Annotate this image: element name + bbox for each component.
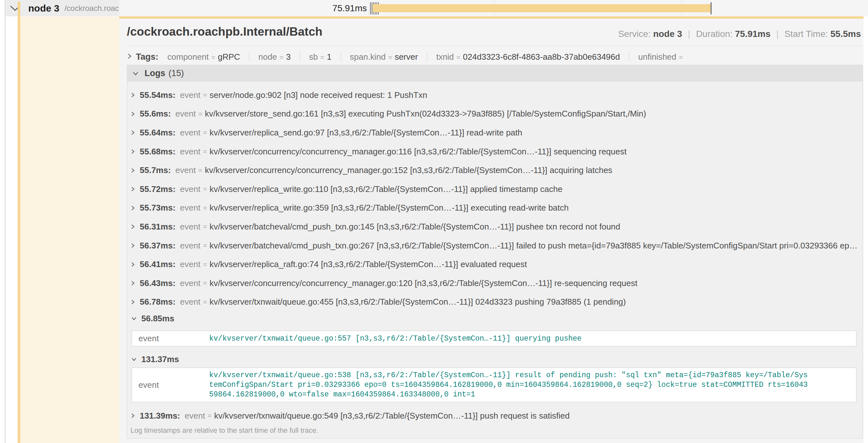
- title-divider: [127, 45, 861, 46]
- tags-row[interactable]: Tags: component=gRPC node=3 sb=1 span.ki…: [127, 49, 856, 64]
- log-field-key: event: [180, 203, 200, 213]
- start-time-value: 55.5ms: [830, 29, 861, 39]
- log-timestamp: 55.73ms:: [140, 203, 176, 213]
- log-row[interactable]: 55.54ms: event = server/node.go:902 [n3]…: [127, 86, 863, 105]
- log-row-expanded-header[interactable]: 56.85ms: [127, 313, 863, 324]
- log-timestamp: 56.41ms:: [140, 260, 176, 269]
- duration-label: Duration:: [696, 29, 733, 39]
- log-row[interactable]: 131.39ms: event = kv/kvserver/txnwait/qu…: [127, 406, 863, 425]
- equals-sign: =: [457, 54, 460, 61]
- log-field-key: event: [138, 380, 209, 390]
- log-timestamp: 55.6ms:: [140, 109, 171, 119]
- log-message: kv/kvserver/replica_write.go:359 [n3,s3,…: [210, 203, 568, 213]
- log-field-key: event: [180, 90, 200, 100]
- span-title: /cockroach.roachpb.Internal/Batch: [127, 25, 322, 38]
- expand-log-chevron-icon: [130, 148, 135, 155]
- tag-divider: [629, 52, 629, 62]
- tag-value: 1: [327, 52, 332, 62]
- log-detail-card: event kv/kvserver/txnwait/queue.go:538 […: [132, 368, 857, 402]
- equals-sign: =: [203, 242, 207, 249]
- log-row[interactable]: 55.64ms: event = kv/kvserver/replica_sen…: [127, 123, 863, 142]
- log-field-value: kv/kvserver/txnwait/queue.go:538 [n3,s3,…: [209, 370, 810, 399]
- logs-title: Logs: [145, 68, 165, 78]
- logs-section-header[interactable]: Logs (15): [127, 65, 863, 81]
- tag-item: unfinished=: [638, 52, 685, 62]
- equals-sign: =: [203, 223, 207, 231]
- expand-log-chevron-icon: [130, 223, 135, 230]
- expand-log-chevron-icon: [130, 92, 135, 99]
- expand-tags-chevron-icon[interactable]: [127, 52, 132, 61]
- span-timeline[interactable]: 75.91ms: [119, 0, 868, 16]
- span-operation-name: /cockroach.roach…: [65, 4, 119, 13]
- log-timestamp: 55.72ms:: [140, 184, 176, 194]
- log-timestamp: 131.37ms: [141, 354, 179, 364]
- log-timestamp: 55.54ms:: [140, 90, 176, 100]
- log-message: kv/kvserver/batcheval/cmd_push_txn.go:14…: [210, 222, 620, 232]
- expand-log-chevron-icon: [130, 129, 135, 136]
- service-value: node 3: [653, 29, 682, 39]
- expand-log-chevron-icon: [130, 242, 135, 249]
- log-row[interactable]: 56.78ms: event = kv/kvserver/txnwait/que…: [127, 293, 863, 312]
- log-timestamp: 55.7ms:: [140, 165, 171, 175]
- log-message: kv/kvserver/replica_raft.go:74 [n3,s3,r6…: [210, 260, 527, 269]
- log-timestamp: 55.64ms:: [140, 128, 176, 138]
- equals-sign: =: [320, 54, 324, 61]
- tag-divider: [341, 52, 341, 62]
- span-detail-panel: /cockroach.roachpb.Internal/Batch Servic…: [119, 16, 864, 443]
- collapse-logs-chevron-icon[interactable]: [132, 71, 140, 76]
- tag-value: server: [395, 52, 418, 62]
- expand-log-chevron-icon: [130, 261, 135, 268]
- tag-value: gRPC: [218, 52, 240, 62]
- equals-sign: =: [203, 261, 207, 268]
- start-time-label: Start Time:: [784, 29, 828, 39]
- span-row: node 3 /cockroach.roach… 75.91ms: [0, 0, 868, 16]
- log-row[interactable]: 55.72ms: event = kv/kvserver/replica_wri…: [127, 180, 863, 199]
- tag-item: span.kind=server: [350, 52, 418, 62]
- collapse-log-chevron-icon: [130, 357, 137, 362]
- logs-count: (15): [169, 68, 184, 78]
- log-message: kv/kvserver/concurrency/concurrency_mana…: [210, 278, 637, 288]
- equals-sign: =: [211, 54, 215, 61]
- span-duration-bar[interactable]: [373, 4, 711, 12]
- stats-separator: |: [776, 29, 779, 39]
- log-row[interactable]: 56.43ms: event = kv/kvserver/concurrency…: [127, 274, 863, 293]
- tag-key: unfinished: [638, 52, 677, 62]
- log-timestamp: 56.43ms:: [140, 278, 176, 288]
- log-row[interactable]: 55.6ms: event = kv/kvserver/store_send.g…: [127, 105, 863, 124]
- expand-log-chevron-icon: [130, 299, 135, 306]
- tag-divider: [249, 52, 249, 62]
- collapse-log-chevron-icon: [130, 316, 137, 321]
- tag-key: span.kind: [350, 52, 385, 62]
- expand-log-chevron-icon: [130, 280, 135, 287]
- tag-divider: [300, 52, 300, 62]
- log-row[interactable]: 56.41ms: event = kv/kvserver/replica_raf…: [127, 255, 863, 274]
- tick: [370, 2, 371, 14]
- span-name-cell[interactable]: node 3 /cockroach.roach…: [6, 0, 119, 16]
- expand-log-chevron-icon: [130, 204, 135, 211]
- log-row[interactable]: 56.31ms: event = kv/kvserver/batcheval/c…: [127, 217, 863, 236]
- tag-value: 024d3323-6c8f-4863-aa8b-37ab0e63496d: [463, 52, 620, 62]
- tag-key: sb: [309, 52, 318, 62]
- log-row[interactable]: 55.68ms: event = kv/kvserver/concurrency…: [127, 142, 863, 161]
- log-row-expanded-header[interactable]: 131.37ms: [127, 353, 863, 365]
- log-timestamp: 56.85ms: [141, 314, 175, 323]
- tick: [372, 2, 372, 14]
- tag-key: txnid: [436, 52, 454, 62]
- log-row[interactable]: 55.7ms: event = kv/kvserver/concurrency/…: [127, 161, 863, 180]
- log-row[interactable]: 55.73ms: event = kv/kvserver/replica_wri…: [127, 199, 863, 218]
- expand-log-chevron-icon: [130, 110, 135, 117]
- expand-log-chevron-icon: [130, 412, 135, 419]
- log-field-key: event: [180, 128, 200, 138]
- tag-item: sb=1: [309, 52, 332, 62]
- log-field-key: event: [185, 411, 205, 421]
- expand-log-chevron-icon: [130, 167, 135, 174]
- equals-sign: =: [198, 110, 202, 118]
- log-row[interactable]: 56.37ms: event = kv/kvserver/batcheval/c…: [127, 236, 863, 255]
- tag-divider: [427, 52, 427, 62]
- span-end-marker: [711, 2, 712, 14]
- equals-sign: =: [203, 148, 207, 156]
- tag-key: component: [167, 52, 209, 62]
- span-indent-column: [20, 17, 119, 443]
- log-field-key: event: [180, 260, 200, 269]
- log-message: server/node.go:902 [n3] node received re…: [210, 90, 427, 100]
